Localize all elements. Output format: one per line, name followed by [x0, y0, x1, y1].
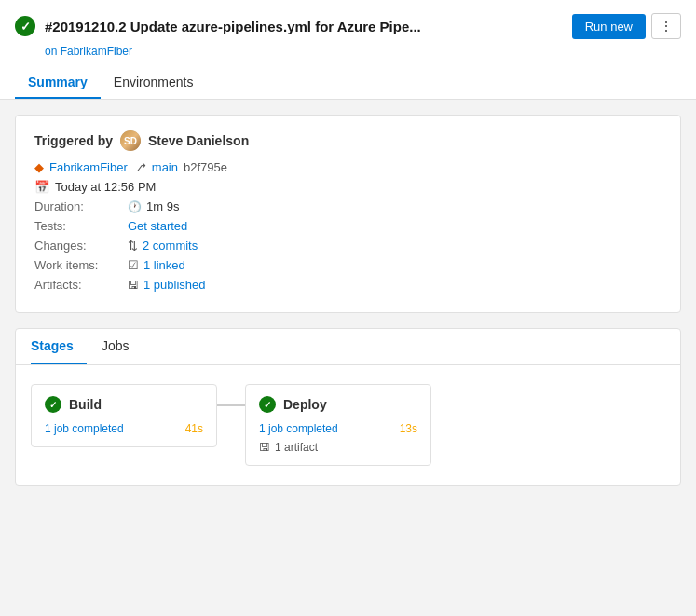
artifacts-value-cell: 🖫 1 published	[128, 278, 206, 292]
commit-hash: b2f795e	[184, 160, 227, 174]
build-stage-card: Build 1 job completed 41s	[31, 384, 217, 447]
tests-row: Tests: Get started	[34, 219, 662, 233]
datetime-value: Today at 12:56 PM	[55, 180, 156, 194]
deploy-artifact-row: 🖫 1 artifact	[259, 441, 417, 454]
changes-icon: ⇅	[128, 239, 138, 253]
run-new-button[interactable]: Run new	[572, 14, 646, 39]
header-top-row: #20191210.2 Update azure-pipelines.yml f…	[15, 13, 681, 39]
more-options-button[interactable]: ⋮	[651, 13, 681, 39]
calendar-icon: 📅	[34, 180, 49, 194]
page-title: #20191210.2 Update azure-pipelines.yml f…	[45, 19, 421, 34]
summary-card: Triggered by SD Steve Danielson ◆ Fabrik…	[15, 115, 681, 313]
workitems-icon: ☑	[128, 258, 139, 272]
changes-label: Changes:	[34, 239, 128, 253]
build-duration: 41s	[185, 422, 203, 435]
subtitle-link[interactable]: on FabrikamFiber	[45, 45, 681, 58]
build-jobs-link[interactable]: 1 job completed	[45, 422, 124, 435]
tests-value-cell: Get started	[128, 219, 187, 233]
tab-environments[interactable]: Environments	[101, 67, 207, 99]
connector-line	[217, 404, 245, 406]
workitems-row: Work items: ☑ 1 linked	[34, 258, 662, 272]
build-stage-footer: 1 job completed 41s	[45, 422, 203, 435]
artifacts-label: Artifacts:	[34, 278, 128, 292]
deploy-jobs-link[interactable]: 1 job completed	[259, 422, 338, 435]
workitems-link[interactable]: 1 linked	[143, 258, 185, 272]
workitems-value-cell: ☑ 1 linked	[128, 258, 185, 272]
duration-value: 1m 9s	[146, 199, 179, 213]
clock-icon: 🕐	[128, 200, 142, 213]
tests-label: Tests:	[34, 219, 128, 233]
stages-card: Stages Jobs Build 1 job completed 41s	[15, 328, 681, 486]
artifacts-link[interactable]: 1 published	[143, 278, 206, 292]
avatar: SD	[120, 130, 141, 151]
datetime-row: 📅 Today at 12:56 PM	[34, 180, 662, 194]
header-title-row: #20191210.2 Update azure-pipelines.yml f…	[15, 16, 421, 36]
stages-tab-jobs[interactable]: Jobs	[102, 329, 143, 364]
main-content: Triggered by SD Steve Danielson ◆ Fabrik…	[0, 100, 696, 500]
header-actions: Run new ⋮	[572, 13, 681, 39]
deploy-stage-card: Deploy 1 job completed 13s 🖫 1 artifact	[245, 384, 431, 466]
build-stage-name: Build	[69, 397, 102, 412]
duration-value-cell: 🕐 1m 9s	[128, 199, 179, 213]
deploy-duration: 13s	[400, 422, 417, 435]
build-success-icon	[45, 396, 61, 413]
deploy-stage-footer: 1 job completed 13s	[259, 422, 417, 435]
branch-icon: ⎇	[133, 161, 146, 174]
deploy-success-icon	[259, 396, 276, 413]
build-success-icon	[15, 16, 35, 36]
duration-label: Duration:	[34, 199, 128, 213]
branch-name[interactable]: main	[152, 160, 178, 174]
stages-tabs: Stages Jobs	[16, 329, 680, 365]
stages-content: Build 1 job completed 41s Deploy 1 job c…	[16, 365, 680, 485]
tab-summary[interactable]: Summary	[15, 67, 101, 99]
changes-row: Changes: ⇅ 2 commits	[34, 239, 662, 253]
triggered-by-label: Triggered by	[34, 133, 113, 148]
build-stage-header: Build	[45, 396, 203, 413]
detail-table: Duration: 🕐 1m 9s Tests: Get started Cha…	[34, 199, 662, 292]
stage-connector	[217, 404, 245, 406]
repo-icon: ◆	[34, 160, 44, 174]
workitems-label: Work items:	[34, 258, 128, 272]
duration-row: Duration: 🕐 1m 9s	[34, 199, 662, 213]
stages-tab-stages[interactable]: Stages	[31, 329, 87, 364]
author-name: Steve Danielson	[148, 133, 249, 148]
artifact-text: 1 artifact	[275, 441, 318, 454]
artifacts-row: Artifacts: 🖫 1 published	[34, 278, 662, 292]
page-header: #20191210.2 Update azure-pipelines.yml f…	[0, 0, 696, 100]
repo-branch-row: ◆ FabrikamFiber ⎇ main b2f795e	[34, 160, 662, 174]
repo-link[interactable]: FabrikamFiber	[49, 160, 128, 174]
changes-value-cell: ⇅ 2 commits	[128, 239, 198, 253]
deploy-stage-name: Deploy	[283, 397, 327, 412]
deploy-stage-header: Deploy	[259, 396, 417, 413]
artifacts-icon: 🖫	[128, 279, 139, 292]
main-tabs: Summary Environments	[15, 67, 681, 99]
avatar-image: SD	[120, 130, 141, 151]
changes-link[interactable]: 2 commits	[143, 239, 198, 253]
tests-link[interactable]: Get started	[128, 219, 187, 233]
triggered-by-row: Triggered by SD Steve Danielson	[34, 130, 662, 151]
more-icon: ⋮	[660, 19, 673, 34]
artifact-icon: 🖫	[259, 441, 270, 454]
